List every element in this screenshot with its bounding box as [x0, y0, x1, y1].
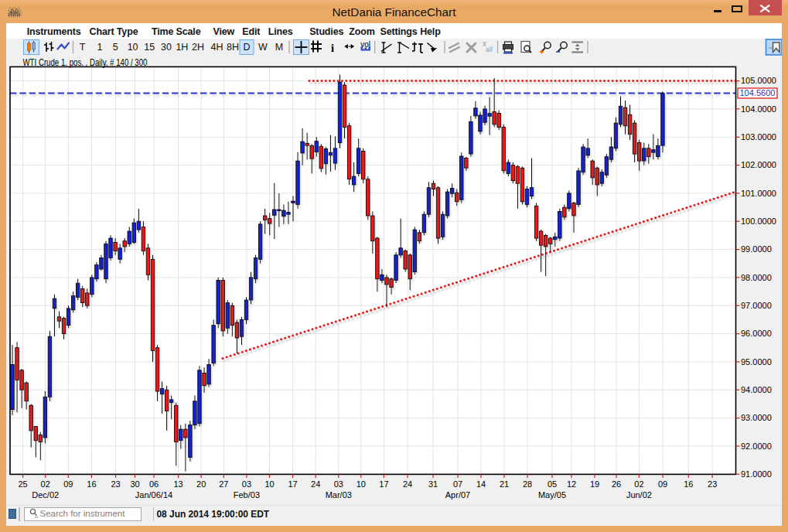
svg-text:03: 03: [334, 479, 343, 489]
svg-text:02: 02: [634, 479, 643, 489]
svg-text:8H: 8H: [227, 42, 239, 53]
svg-text:95.0000: 95.0000: [741, 357, 772, 367]
svg-text:Feb/03: Feb/03: [234, 490, 260, 500]
svg-text:105.0000: 105.0000: [741, 76, 776, 85]
svg-text:21: 21: [500, 479, 509, 489]
svg-text:Apr/07: Apr/07: [445, 490, 470, 500]
svg-text:10: 10: [264, 479, 274, 489]
svg-text:14: 14: [476, 479, 486, 489]
svg-text:97.0000: 97.0000: [741, 301, 772, 310]
svg-text:17: 17: [288, 479, 297, 489]
svg-text:1H: 1H: [176, 42, 188, 53]
svg-text:5: 5: [113, 42, 118, 53]
svg-text:24: 24: [403, 479, 412, 489]
svg-text:98.0000: 98.0000: [741, 273, 772, 282]
svg-text:94.0000: 94.0000: [741, 385, 772, 394]
svg-text:20: 20: [196, 479, 206, 489]
svg-text:28: 28: [523, 479, 532, 489]
svg-text:W: W: [258, 42, 268, 53]
svg-text:16: 16: [684, 479, 693, 489]
svg-text:104.0000: 104.0000: [741, 104, 776, 114]
svg-text:93.0000: 93.0000: [741, 413, 772, 422]
svg-text:23: 23: [111, 479, 120, 489]
svg-text:05: 05: [548, 479, 557, 489]
svg-text:Dec/02: Dec/02: [32, 490, 59, 500]
svg-text:30: 30: [161, 42, 172, 53]
svg-text:Jan/06/14: Jan/06/14: [135, 490, 172, 500]
svg-text:09: 09: [63, 479, 73, 489]
svg-text:19: 19: [590, 479, 599, 489]
svg-text:30: 30: [130, 479, 139, 489]
svg-text:100.0000: 100.0000: [741, 217, 776, 226]
svg-text:25: 25: [18, 479, 27, 489]
svg-text:23: 23: [708, 479, 717, 489]
svg-text:Mar/03: Mar/03: [326, 490, 352, 500]
svg-text:T: T: [80, 42, 86, 53]
svg-text:2H: 2H: [192, 42, 204, 53]
svg-text:27: 27: [219, 479, 228, 489]
svg-text:16: 16: [87, 479, 96, 489]
svg-text:101.0000: 101.0000: [741, 189, 776, 198]
svg-text:10: 10: [356, 479, 366, 489]
svg-text:24: 24: [311, 479, 320, 489]
svg-text:104.5600: 104.5600: [740, 88, 776, 97]
svg-text:4H: 4H: [211, 42, 223, 53]
svg-text:15: 15: [144, 42, 155, 53]
svg-text:17: 17: [379, 479, 388, 489]
svg-text:92.0000: 92.0000: [741, 442, 772, 451]
svg-text:i: i: [331, 42, 334, 54]
svg-text:09: 09: [658, 479, 667, 489]
svg-text:31: 31: [428, 479, 438, 489]
svg-text:03: 03: [242, 479, 251, 489]
svg-text:all: all: [486, 46, 493, 53]
svg-text:96.0000: 96.0000: [741, 329, 772, 338]
svg-text:26: 26: [612, 479, 621, 489]
svg-text:D: D: [243, 42, 250, 53]
svg-text:02: 02: [41, 479, 50, 489]
svg-text:103.0000: 103.0000: [741, 132, 776, 142]
svg-text:13: 13: [173, 479, 183, 489]
svg-text:102.0000: 102.0000: [741, 160, 776, 169]
svg-text:91.0000: 91.0000: [741, 469, 772, 479]
svg-text:07: 07: [453, 479, 462, 489]
svg-text:12: 12: [567, 479, 576, 489]
svg-text:1: 1: [97, 42, 103, 53]
svg-text:M: M: [275, 42, 283, 53]
svg-text:99.0000: 99.0000: [741, 244, 772, 254]
svg-text:06: 06: [149, 479, 159, 489]
svg-text:Jun/02: Jun/02: [626, 490, 652, 500]
svg-text:May/05: May/05: [538, 490, 566, 500]
svg-text:WTI Crude 1. pos. , Daily, # 1: WTI Crude 1. pos. , Daily, # 140 / 300: [23, 57, 148, 68]
svg-text:10: 10: [128, 42, 138, 53]
